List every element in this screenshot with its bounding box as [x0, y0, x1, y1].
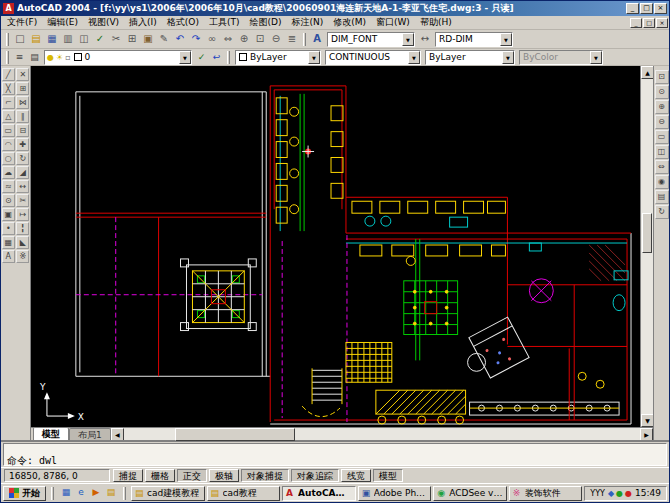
close-button[interactable]: ×	[654, 3, 667, 14]
tray-icon-3[interactable]: ●	[625, 487, 632, 500]
explode-tool[interactable]: ※	[16, 250, 29, 263]
text-style-select[interactable]: DIM_FONT ▼	[327, 32, 415, 47]
chamfer-tool[interactable]: ◣	[16, 236, 29, 249]
show-desktop-icon[interactable]: ▦	[59, 486, 73, 500]
vertical-scrollbar[interactable]: ▲ ▼	[640, 66, 653, 427]
task-photoshop[interactable]: ▣ Adobe Photo...	[358, 486, 432, 501]
status-toggle-lwt[interactable]: 线宽	[341, 469, 371, 482]
layers-icon[interactable]: ≡	[12, 50, 27, 65]
make-object-layer-current-icon[interactable]: ✓	[194, 50, 209, 65]
properties-icon[interactable]: ≣	[284, 31, 300, 47]
save-icon[interactable]: ▦	[44, 31, 60, 47]
ellipse-tool[interactable]: ⊙	[2, 194, 15, 207]
chevron-down-icon[interactable]: ▼	[179, 51, 191, 64]
tray-icon-2[interactable]: ●	[616, 487, 623, 500]
extend-tool[interactable]: ↦	[16, 208, 29, 221]
dim-style-select[interactable]: RD-DIM ▼	[435, 32, 513, 47]
paste-icon[interactable]: ▣	[140, 31, 156, 47]
maximize-button[interactable]: □	[640, 3, 653, 14]
spell-icon[interactable]: ✓	[92, 31, 108, 47]
hyperlink-icon[interactable]: ∞	[204, 31, 220, 47]
menu-item[interactable]: 插入(I)	[124, 15, 162, 30]
minimize-button[interactable]: _	[626, 3, 639, 14]
zoom-window-icon[interactable]: ⊡	[655, 70, 669, 84]
point-tool[interactable]: •	[2, 222, 15, 235]
copy-tool[interactable]: ⊞	[16, 82, 29, 95]
polygon-tool[interactable]: △	[2, 110, 15, 123]
plot-preview-icon[interactable]: ◫	[76, 31, 92, 47]
menu-item[interactable]: 修改(M)	[328, 15, 371, 30]
zoom-dynamic-icon[interactable]: ⊙	[655, 85, 669, 99]
named-views-icon[interactable]: ▤	[655, 190, 669, 204]
arc-tool[interactable]: ◠	[2, 138, 15, 151]
circle-tool[interactable]: ○	[2, 152, 15, 165]
ime-indicator[interactable]: YYY	[590, 489, 605, 498]
rectangle-tool[interactable]: ▭	[2, 124, 15, 137]
vertical-scroll-thumb[interactable]	[642, 213, 652, 253]
pan-icon[interactable]: ⇔	[220, 31, 236, 47]
chevron-down-icon[interactable]: ▼	[408, 51, 420, 64]
plot-icon[interactable]: ▥	[60, 31, 76, 47]
start-button[interactable]: 开始	[3, 486, 46, 501]
copy-icon[interactable]: ⊞	[124, 31, 140, 47]
insert-block-tool[interactable]: ▣	[2, 208, 15, 221]
redo-icon[interactable]: ↷	[188, 31, 204, 47]
line-tool[interactable]: ╱	[2, 68, 15, 81]
zoom-realtime-icon[interactable]: ⊕	[236, 31, 252, 47]
task-cad-modeling-tutorial[interactable]: ▤ cad建模教程	[131, 486, 205, 501]
doc-restore-button[interactable]: □	[643, 18, 655, 28]
move-tool[interactable]: ✚	[16, 138, 29, 151]
chevron-down-icon[interactable]: ▼	[308, 51, 320, 64]
zoom-all-icon[interactable]: ▭	[655, 130, 669, 144]
construction-line-tool[interactable]: ╳	[2, 82, 15, 95]
tab-model[interactable]: 模型	[33, 427, 69, 440]
cut-icon[interactable]: ✂	[108, 31, 124, 47]
chevron-down-icon[interactable]: ▼	[502, 51, 514, 64]
trim-tool[interactable]: ✂	[16, 194, 29, 207]
task-cad-tutorial[interactable]: ▤ cad教程	[207, 486, 281, 501]
zoom-out-icon[interactable]: ⊖	[655, 115, 669, 129]
status-toggle-grid[interactable]: 栅格	[145, 469, 175, 482]
rotate-tool[interactable]: ↻	[16, 152, 29, 165]
lineweight-select[interactable]: ByLayer ▼	[425, 50, 515, 65]
layer-previous-icon[interactable]: ↩	[209, 50, 224, 65]
stretch-tool[interactable]: ↔	[16, 180, 29, 193]
offset-tool[interactable]: ∥	[16, 110, 29, 123]
doc-minimize-button[interactable]: _	[630, 18, 642, 28]
toolbar-grip[interactable]	[6, 33, 9, 46]
menu-item[interactable]: 工具(T)	[204, 15, 245, 30]
polyline-tool[interactable]: ⌐	[2, 96, 15, 109]
layer-states-icon[interactable]: ▤	[27, 50, 42, 65]
erase-tool[interactable]: ✕	[16, 68, 29, 81]
chevron-down-icon[interactable]: ▼	[402, 33, 414, 46]
menu-item[interactable]: 格式(O)	[162, 15, 204, 30]
status-toggle-polar[interactable]: 极轴	[209, 469, 239, 482]
menu-item[interactable]: 编辑(E)	[42, 15, 83, 30]
status-toggle-model[interactable]: 模型	[373, 469, 403, 482]
status-toggle-snap[interactable]: 捕捉	[113, 469, 143, 482]
task-decor-software[interactable]: ※ 装饰软件	[509, 486, 583, 501]
text-tool[interactable]: A	[2, 250, 15, 263]
menu-item[interactable]: 绘图(D)	[244, 15, 286, 30]
hatch-tool[interactable]: ▦	[2, 236, 15, 249]
horizontal-scrollbar[interactable]: ◀ ▶	[111, 428, 653, 441]
tray-icon-1[interactable]: ◆	[608, 487, 614, 500]
command-prompt[interactable]: 命令: dwl	[7, 455, 663, 466]
toolbar-grip[interactable]	[227, 51, 230, 64]
status-toggle-osnap[interactable]: 对象捕捉	[241, 469, 289, 482]
zoom-previous-icon[interactable]: ⊖	[268, 31, 284, 47]
revcloud-tool[interactable]: ☁	[2, 166, 15, 179]
task-acdsee[interactable]: ◉ ACDSee v3.1...	[433, 486, 507, 501]
toolbar-grip[interactable]	[6, 51, 9, 64]
folder-icon[interactable]: ▤	[104, 486, 118, 500]
toolbar-grip[interactable]	[303, 33, 306, 46]
linetype-select[interactable]: CONTINUOUS ▼	[325, 50, 421, 65]
status-toggle-ortho[interactable]: 正交	[177, 469, 207, 482]
zoom-extents-icon[interactable]: ◫	[655, 145, 669, 159]
match-properties-icon[interactable]: ✎	[156, 31, 172, 47]
menu-item[interactable]: 窗口(W)	[371, 15, 415, 30]
menu-item[interactable]: 标注(N)	[286, 15, 328, 30]
horizontal-scroll-thumb[interactable]	[175, 428, 295, 441]
layer-select[interactable]: ●☀▫ 0 ▼	[44, 50, 192, 65]
break-tool[interactable]: ╏	[16, 222, 29, 235]
